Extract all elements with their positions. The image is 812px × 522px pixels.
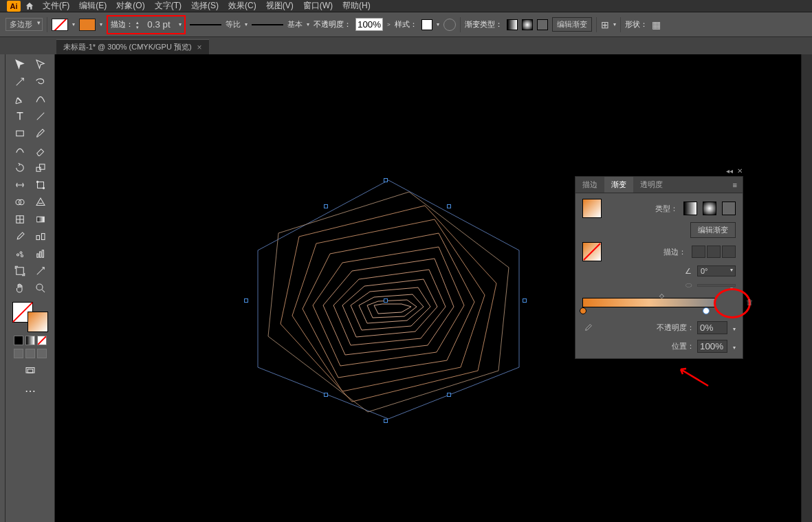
close-icon[interactable]: ✕: [737, 167, 743, 175]
grad-radial-icon[interactable]: [522, 19, 533, 30]
opacity-input[interactable]: [697, 321, 727, 334]
symbol-sprayer-tool[interactable]: [10, 246, 30, 261]
column-graph-tool[interactable]: [31, 246, 50, 261]
menu-help[interactable]: 帮助(H): [338, 0, 375, 12]
selection-tool[interactable]: [10, 57, 30, 72]
stroke-swatch[interactable]: [28, 312, 48, 332]
zoom-tool[interactable]: [31, 281, 50, 296]
grad-linear-icon[interactable]: [507, 19, 518, 30]
edit-toolbar-icon[interactable]: ⋯: [21, 383, 40, 398]
stroke-weight-input[interactable]: [142, 19, 176, 30]
lasso-tool[interactable]: [31, 74, 50, 89]
home-icon[interactable]: [22, 1, 37, 12]
handle[interactable]: [384, 178, 388, 182]
color-mode-solid[interactable]: [14, 336, 23, 345]
eyedropper-tool[interactable]: [10, 229, 30, 244]
gradient-tool[interactable]: [31, 212, 50, 227]
angle-input[interactable]: 0°: [697, 265, 736, 276]
style-swatch[interactable]: [421, 19, 432, 30]
stroke-swatch[interactable]: [79, 19, 96, 31]
gradient-stop-left[interactable]: [580, 307, 586, 314]
color-mode-none[interactable]: [37, 336, 47, 345]
opacity-input[interactable]: [355, 18, 383, 31]
hand-tool[interactable]: [10, 281, 30, 296]
align-icon[interactable]: ⊞: [601, 19, 609, 30]
gradient-slider[interactable]: ◇ 🗑: [582, 298, 736, 307]
handle[interactable]: [244, 298, 248, 303]
opacity-dropdown[interactable]: [730, 324, 736, 332]
menu-select[interactable]: 选择(S): [187, 0, 223, 12]
tab-gradient[interactable]: 渐变: [604, 177, 633, 193]
document-tab[interactable]: 未标题-1* @ 300% (CMYK/GPU 预览) ×: [56, 39, 209, 54]
handle[interactable]: [384, 419, 388, 423]
artboard-tool[interactable]: [10, 263, 30, 279]
handle[interactable]: [523, 298, 527, 303]
handle[interactable]: [324, 393, 328, 397]
handle[interactable]: [324, 204, 328, 208]
tab-stroke[interactable]: 描边: [575, 177, 604, 193]
curvature-tool[interactable]: [31, 91, 50, 107]
tab-close-icon[interactable]: ×: [197, 43, 202, 52]
type-tool[interactable]: [10, 109, 30, 124]
position-input[interactable]: [697, 340, 727, 353]
menu-window[interactable]: 窗口(W): [299, 0, 337, 12]
slice-tool[interactable]: [31, 263, 50, 279]
menu-type[interactable]: 文字(T): [151, 0, 186, 12]
convert-shape-icon[interactable]: ▦: [652, 19, 661, 30]
line-tool[interactable]: [31, 109, 50, 124]
freeform-gradient-icon[interactable]: [722, 202, 736, 215]
brush-preview-uniform[interactable]: [190, 24, 221, 25]
stroke-stepper[interactable]: ▴▾: [136, 20, 139, 30]
free-transform-tool[interactable]: [31, 177, 50, 193]
pen-tool[interactable]: [10, 91, 30, 107]
position-dropdown[interactable]: [730, 342, 736, 351]
fill-stroke-box[interactable]: [12, 302, 48, 332]
direct-selection-tool[interactable]: [31, 57, 50, 72]
gradient-bar[interactable]: [582, 298, 716, 307]
blend-tool[interactable]: [31, 229, 50, 244]
aspect-input[interactable]: [697, 284, 736, 287]
trash-icon[interactable]: 🗑: [746, 298, 754, 306]
shape-builder-tool[interactable]: [10, 195, 30, 210]
handle[interactable]: [447, 204, 451, 208]
color-mode-gradient[interactable]: [25, 336, 35, 345]
radial-gradient-icon[interactable]: [703, 202, 716, 215]
stroke-align-within[interactable]: [692, 246, 705, 258]
stroke-gradient-preview[interactable]: [582, 242, 602, 261]
tab-transparency[interactable]: 透明度: [633, 177, 670, 193]
scale-tool[interactable]: [31, 160, 50, 175]
menu-effect[interactable]: 效果(C): [224, 0, 261, 12]
magic-wand-tool[interactable]: [10, 74, 30, 89]
vertical-scrollbar[interactable]: [801, 54, 812, 522]
brush-preview-basic[interactable]: [252, 24, 283, 25]
draw-inside[interactable]: [37, 349, 47, 358]
rectangle-tool[interactable]: [10, 126, 30, 141]
collapse-icon[interactable]: ◂◂: [726, 167, 733, 175]
center-handle[interactable]: [384, 298, 388, 303]
handle[interactable]: [447, 393, 451, 397]
perspective-tool[interactable]: [31, 195, 50, 210]
draw-behind[interactable]: [25, 349, 35, 358]
edit-gradient-button[interactable]: 编辑渐变: [552, 17, 592, 32]
menu-edit[interactable]: 编辑(E): [75, 0, 111, 12]
eyedropper-icon[interactable]: [582, 323, 593, 334]
stroke-align-across[interactable]: [722, 246, 736, 258]
recolor-icon[interactable]: [443, 19, 456, 31]
rotate-tool[interactable]: [10, 160, 30, 175]
eraser-tool[interactable]: [31, 143, 50, 158]
shape-tool-dropdown[interactable]: 多边形: [6, 18, 43, 31]
mesh-tool[interactable]: [10, 212, 30, 227]
fill-swatch[interactable]: [52, 19, 68, 31]
gradient-stop-right[interactable]: [703, 307, 710, 314]
edit-gradient-button[interactable]: 编辑渐变: [690, 222, 736, 238]
gradient-preview[interactable]: [582, 199, 602, 218]
linear-gradient-icon[interactable]: [683, 202, 697, 215]
stroke-align-along[interactable]: [707, 246, 721, 258]
draw-normal[interactable]: [14, 349, 23, 358]
width-tool[interactable]: [10, 177, 30, 193]
shaper-tool[interactable]: [10, 143, 30, 158]
grad-freeform-icon[interactable]: [537, 19, 548, 30]
menu-view[interactable]: 视图(V): [262, 0, 298, 12]
menu-file[interactable]: 文件(F): [39, 0, 74, 12]
screen-mode-icon[interactable]: [21, 363, 40, 378]
